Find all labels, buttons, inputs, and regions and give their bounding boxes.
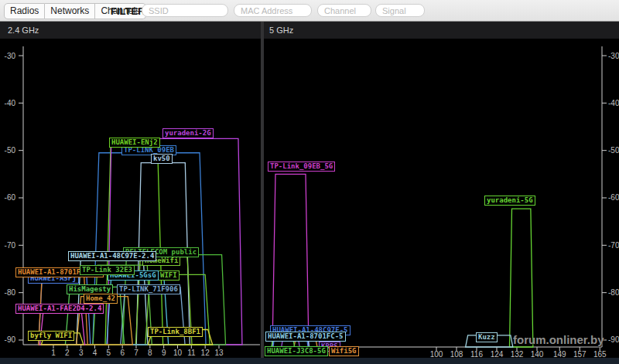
network-label-HUAWEI-A1-8701FC-5[interactable]: HUAWEI-A1-8701FC-5	[265, 332, 346, 342]
dbm-tick-label: -90	[608, 335, 619, 344]
network-label-Kuzz[interactable]: Kuzz	[476, 332, 498, 342]
network-label-HUAWEI-A1-48C97E-2.4[interactable]: HUAWEI-A1-48C97E-2.4	[68, 251, 156, 261]
dbm-tick-label: -70	[5, 241, 16, 250]
network-label-HUAWEI-J3C8-5G[interactable]: HUAWEI-J3C8-5G	[265, 346, 328, 356]
network-label-WIFI[interactable]: WIFI	[158, 270, 180, 281]
dbm-tick-label: -80	[5, 288, 16, 297]
network-label-HUAWEI-A1-FAE2D4-2.4[interactable]: HUAWEI-A1-FAE2D4-2.4	[15, 304, 104, 314]
channel-tick-label: 6	[120, 349, 125, 357]
network-label-TP-LINK_71F906[interactable]: TP-LINK_71F906	[117, 284, 180, 294]
window-bottom-strip	[0, 358, 619, 364]
dbm-tick-label: -40	[608, 99, 619, 107]
channel-tick-label: 13	[214, 349, 224, 357]
dbm-tick-label: -90	[5, 335, 16, 344]
channel-tick-label: 5	[107, 349, 111, 357]
dbm-tick-label: -50	[608, 146, 619, 155]
network-label-TP-Link_09EB_5G[interactable]: TP-Link_09EB_5G	[268, 162, 335, 172]
channel-tick-label: 9	[162, 349, 166, 357]
dbm-tick-label: -30	[5, 52, 16, 60]
network-label-TP-Link 32E3[interactable]: TP-Link 32E3	[80, 265, 135, 275]
dbm-tick-label: -30	[608, 52, 619, 60]
wifi-analyzer-window: Radios Networks Channels FILTERS: 2.4 GH…	[0, 0, 619, 364]
network-label-byfly WIFI[interactable]: byfly WIFI	[28, 331, 74, 341]
dbm-tick-label: -60	[608, 193, 619, 202]
channel-tick-label: 4	[93, 349, 97, 357]
network-shape-HUAWEI-ENj2	[105, 147, 163, 345]
network-shape-TP-Link_09EB_5G	[272, 174, 309, 347]
network-shape-yuradeni-5G	[510, 209, 533, 347]
dbm-tick-label: -70	[608, 241, 619, 250]
channel-tick-label: 3	[79, 349, 84, 357]
channel-tick-label: 1	[51, 349, 56, 357]
channel-tick-label: 11	[187, 349, 196, 357]
dbm-tick-label: -50	[5, 146, 16, 155]
panel-divider	[261, 22, 264, 358]
watermark: forum.onliner.by	[513, 333, 604, 346]
dbm-tick-label: -80	[608, 288, 619, 297]
network-label-yuradeni-2G[interactable]: yuradeni-2G	[162, 128, 214, 138]
network-shape-yuradeni-2G	[108, 138, 242, 345]
channel-tick-label: 12	[201, 349, 210, 357]
channel-tick-label: 7	[134, 349, 139, 357]
network-label-kv50[interactable]: kv50	[151, 154, 173, 164]
dbm-tick-label: -60	[5, 193, 16, 202]
dbm-tick-label: -40	[5, 99, 16, 107]
channel-tick-label: 2	[65, 349, 70, 357]
network-label-yuradeni-5G[interactable]: yuradeni-5G	[484, 196, 535, 206]
network-label-TP-Link_8BF1[interactable]: TP-Link_8BF1	[148, 327, 203, 337]
network-label-Home_42[interactable]: Home_42	[84, 294, 118, 304]
network-label-HUAWEI-ENj2[interactable]: HUAWEI-ENj2	[109, 138, 160, 148]
channel-tick-label: 8	[148, 349, 152, 357]
network-label-Wifi5G[interactable]: Wifi5G	[329, 346, 359, 356]
channel-tick-label: 10	[173, 349, 183, 357]
